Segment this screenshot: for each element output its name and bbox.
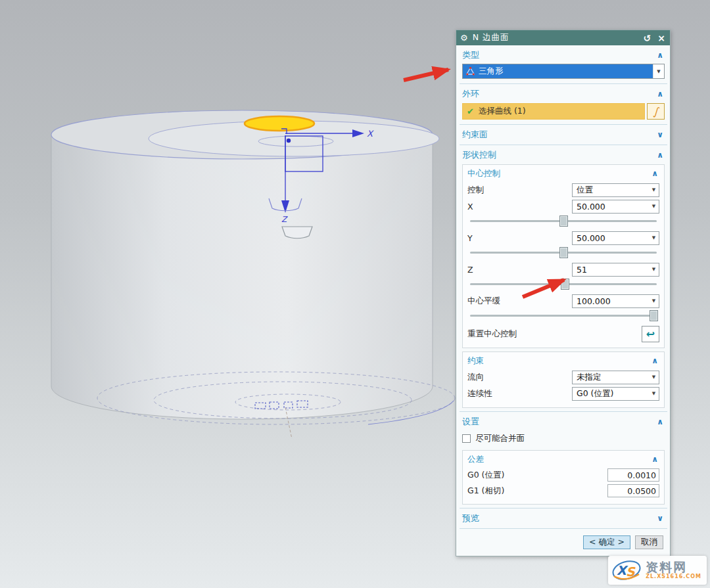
- center-flat-slider-handle[interactable]: [650, 310, 658, 321]
- x-value: 50.000: [577, 202, 605, 212]
- section-header-settings[interactable]: 设置 ∧: [462, 414, 665, 430]
- cancel-button[interactable]: 取消: [635, 535, 663, 549]
- g0-position-label: G0 (位置): [467, 470, 504, 481]
- g0-tolerance-input[interactable]: 0.0010: [607, 468, 659, 482]
- dropdown-arrow-glyph: ▼: [657, 69, 660, 74]
- type-dropdown[interactable]: 三角形 ▼: [462, 64, 665, 79]
- chevron-up-icon[interactable]: ∧: [651, 357, 659, 365]
- constraint-header[interactable]: 约束 ∧: [467, 353, 659, 368]
- dropdown-arrow-icon[interactable]: ▼: [649, 374, 659, 380]
- y-value: 50.000: [577, 233, 605, 243]
- constraint-label: 约束: [467, 355, 484, 367]
- x-label: X: [467, 202, 473, 212]
- dropdown-arrow-icon[interactable]: ▼: [649, 391, 659, 396]
- control-label: 控制: [467, 185, 484, 196]
- chevron-down-icon[interactable]: ∨: [657, 131, 665, 139]
- select-curve-field[interactable]: ✔ 选择曲线 (1): [462, 103, 645, 120]
- curve-rule-button[interactable]: ∫: [647, 103, 665, 120]
- merge-faces-label: 尽可能合并面: [475, 433, 525, 444]
- chevron-up-icon[interactable]: ∧: [651, 170, 659, 177]
- center-flat-label: 中心平缓: [467, 296, 500, 307]
- section-header-outer-loop[interactable]: 外环 ∧: [462, 86, 665, 102]
- section-header-preview[interactable]: 预览 ∨: [462, 510, 665, 526]
- dropdown-arrow-icon[interactable]: ▼: [653, 64, 664, 78]
- section-header-type[interactable]: 类型 ∧: [462, 47, 665, 63]
- z-slider-handle[interactable]: [561, 279, 569, 290]
- separator: [460, 508, 667, 509]
- dropdown-arrow-icon[interactable]: ▼: [649, 267, 659, 272]
- preview-label: 预览: [462, 512, 479, 524]
- x-slider-handle[interactable]: [559, 215, 568, 227]
- y-label: Y: [467, 233, 473, 243]
- y-slider-handle[interactable]: [559, 247, 568, 258]
- dropdown-arrow-icon[interactable]: ▼: [649, 187, 659, 192]
- outer-loop-label: 外环: [462, 88, 479, 100]
- gear-icon[interactable]: ⚙: [460, 34, 468, 42]
- highlight-surface[interactable]: [245, 116, 314, 131]
- center-flat-field[interactable]: 100.000 ▼: [572, 294, 659, 308]
- settings-label: 设置: [462, 416, 479, 428]
- continuity-label: 连续性: [467, 388, 492, 399]
- dropdown-arrow-icon[interactable]: ▼: [649, 204, 659, 209]
- dialog-title: N 边曲面: [473, 32, 639, 43]
- x-slider[interactable]: [469, 215, 658, 227]
- reset-dialog-icon[interactable]: ↺: [644, 34, 651, 43]
- g0-tolerance-value: 0.0010: [627, 470, 656, 480]
- merge-faces-checkbox[interactable]: [462, 434, 471, 443]
- watermark-site-name: 资料网: [646, 561, 687, 574]
- x-value-field[interactable]: 50.000 ▼: [572, 200, 659, 214]
- chevron-up-icon[interactable]: ∧: [657, 51, 665, 59]
- flow-direction-value: 未指定: [577, 372, 602, 383]
- control-point[interactable]: [287, 139, 291, 143]
- reset-center-control-button[interactable]: ↩: [642, 326, 659, 342]
- watermark: X S 资料网 ZL.XS1616.COM: [608, 556, 707, 585]
- section-header-constraint-face[interactable]: 约束面 ∨: [462, 127, 665, 143]
- chevron-up-icon[interactable]: ∧: [657, 90, 665, 98]
- return-arrow-icon: ↩: [646, 328, 655, 340]
- reset-center-control-label: 重置中心控制: [467, 328, 517, 340]
- watermark-site-url: ZL.XS1616.COM: [646, 574, 701, 579]
- center-flat-slider[interactable]: [469, 310, 658, 321]
- dropdown-arrow-icon[interactable]: ▼: [649, 298, 659, 304]
- center-flat-slider-track[interactable]: [470, 315, 657, 317]
- center-control-label: 中心控制: [467, 168, 500, 179]
- z-label: Z: [467, 265, 473, 275]
- ok-button[interactable]: < 确定 >: [583, 535, 630, 549]
- n-sided-surface-dialog: ⚙ N 边曲面 ↺ × 类型 ∧ 三角形 ▼: [456, 30, 671, 556]
- chevron-up-icon[interactable]: ∧: [651, 455, 659, 463]
- curve-icon: ∫: [653, 105, 658, 118]
- chevron-up-icon[interactable]: ∧: [657, 151, 665, 159]
- triangle-type-icon: [466, 67, 475, 76]
- center-control-group: 中心控制 ∧ 控制 位置 ▼ X 50.000 ▼: [462, 164, 665, 348]
- tolerance-label: 公差: [467, 454, 484, 465]
- select-curve-label: 选择曲线 (1): [479, 106, 526, 117]
- continuity-dropdown[interactable]: G0 (位置) ▼: [572, 387, 659, 401]
- g1-tolerance-input[interactable]: 0.0500: [607, 484, 659, 497]
- y-value-field[interactable]: 50.000 ▼: [572, 231, 659, 245]
- gray-cup-profile: [282, 227, 312, 238]
- control-value: 位置: [577, 185, 593, 196]
- chevron-down-icon[interactable]: ∨: [657, 514, 665, 522]
- chevron-up-icon[interactable]: ∧: [657, 418, 665, 426]
- dropdown-arrow-icon[interactable]: ▼: [649, 235, 659, 240]
- y-slider[interactable]: [469, 247, 658, 258]
- tolerance-header[interactable]: 公差 ∧: [467, 452, 659, 466]
- g1-tangent-label: G1 (相切): [467, 486, 504, 497]
- z-slider[interactable]: [469, 279, 658, 290]
- dialog-titlebar[interactable]: ⚙ N 边曲面 ↺ ×: [456, 30, 670, 45]
- control-dropdown[interactable]: 位置 ▼: [572, 183, 659, 197]
- dialog-body: 类型 ∧ 三角形 ▼ 外环 ∧ ✔: [456, 45, 670, 556]
- flow-direction-dropdown[interactable]: 未指定 ▼: [572, 371, 659, 384]
- center-control-header[interactable]: 中心控制 ∧: [467, 166, 659, 181]
- separator: [460, 411, 667, 412]
- z-value: 51: [577, 265, 587, 275]
- z-value-field[interactable]: 51 ▼: [572, 263, 659, 277]
- type-selected-value: 三角形: [479, 66, 504, 77]
- close-icon[interactable]: ×: [657, 34, 665, 43]
- type-section-label: 类型: [462, 49, 479, 61]
- separator: [460, 83, 667, 84]
- type-selected-row: 三角形: [463, 64, 653, 78]
- constraint-face-label: 约束面: [462, 129, 488, 141]
- watermark-logo-icon: X S: [611, 558, 642, 583]
- section-header-shape-control[interactable]: 形状控制 ∧: [462, 147, 665, 163]
